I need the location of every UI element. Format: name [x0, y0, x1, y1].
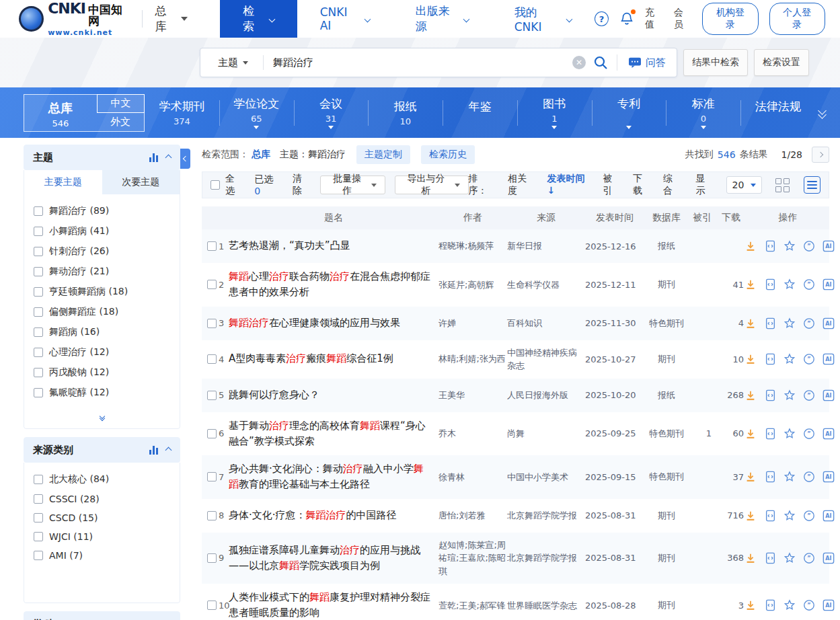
db-tab-8[interactable]: 法律法规 [740, 95, 815, 131]
subject-expand-more[interactable] [24, 405, 180, 428]
result-source[interactable]: 百科知识 [507, 317, 585, 330]
favorite-icon[interactable] [783, 470, 796, 483]
result-source[interactable]: 尚舞 [507, 427, 585, 440]
result-source[interactable]: 北京舞蹈学院学报 [507, 551, 585, 565]
cite-icon[interactable]: ” [802, 551, 816, 565]
result-authors[interactable]: 程晓琳;杨频萍 [438, 239, 507, 253]
ai-icon[interactable]: AI [822, 317, 835, 330]
row-checkbox[interactable] [207, 472, 217, 481]
checkbox[interactable] [34, 368, 43, 377]
favorite-icon[interactable] [783, 352, 796, 366]
nav-item-0[interactable]: 检索 [220, 0, 297, 38]
result-title-link[interactable]: 跳舞何以疗愈身心？ [229, 387, 438, 403]
checkbox[interactable] [34, 206, 43, 216]
checkbox[interactable] [34, 327, 43, 337]
html-read-icon[interactable] [763, 598, 777, 612]
result-source[interactable]: 世界睡眠医学杂志 [507, 599, 585, 613]
ai-icon[interactable]: AI [822, 389, 835, 402]
ai-icon[interactable]: AI [822, 551, 835, 565]
row-checkbox[interactable] [207, 600, 217, 610]
favorite-icon[interactable] [783, 598, 796, 612]
favorite-icon[interactable] [783, 427, 796, 440]
favorite-icon[interactable] [783, 317, 796, 330]
html-read-icon[interactable] [763, 278, 777, 291]
html-read-icon[interactable] [763, 509, 777, 522]
html-read-icon[interactable] [763, 470, 777, 483]
qa-button[interactable]: 问答 [617, 54, 677, 71]
db-tab-3[interactable]: 报纸10 [368, 95, 443, 131]
source-item-3[interactable]: WJCI (11) [24, 527, 180, 546]
ai-icon[interactable]: AI [822, 352, 835, 366]
cite-icon[interactable]: ” [802, 389, 816, 402]
cite-icon[interactable]: ” [802, 470, 816, 483]
subject-item-1[interactable]: 小舞蹈病 (41) [24, 221, 180, 241]
subject-item-3[interactable]: 舞动治疗 (21) [24, 262, 180, 282]
result-title-link[interactable]: 舞蹈治疗在心理健康领域的应用与效果 [229, 315, 438, 331]
member-link[interactable]: 会员 [674, 7, 692, 31]
ai-icon[interactable]: AI [822, 509, 835, 522]
html-read-icon[interactable] [763, 352, 777, 366]
ai-icon[interactable]: AI [822, 470, 835, 483]
checkbox[interactable] [34, 551, 43, 560]
source-item-4[interactable]: AMI (7) [24, 546, 180, 565]
favorite-icon[interactable] [783, 389, 796, 402]
ai-icon[interactable]: AI [822, 427, 835, 440]
source-category-header[interactable]: 来源类别 [24, 437, 180, 463]
org-login-button[interactable]: 机构登录 [702, 3, 758, 35]
search-history-button[interactable]: 检索历史 [421, 145, 475, 164]
checkbox[interactable] [34, 348, 43, 357]
favorite-icon[interactable] [783, 551, 796, 565]
sort-option-3[interactable]: 下载 [633, 173, 651, 197]
subject-item-6[interactable]: 舞蹈病 (16) [24, 322, 180, 342]
result-source[interactable]: 中国中小学美术 [507, 471, 585, 484]
result-title-link[interactable]: 基于舞动治疗理念的高校体育舞蹈课程“身心融合”教学模式探索 [229, 418, 438, 450]
batch-actions-button[interactable]: 批量操作 [320, 176, 385, 194]
result-authors[interactable]: 唐怡;刘若雅 [438, 509, 507, 522]
db-tab-6[interactable]: 专利 [592, 92, 666, 133]
download-icon[interactable] [744, 509, 757, 522]
cite-icon[interactable]: ” [802, 427, 816, 440]
clear-search-icon[interactable]: ✕ [572, 56, 586, 69]
row-checkbox[interactable] [207, 280, 217, 289]
html-read-icon[interactable] [763, 427, 777, 440]
row-checkbox[interactable] [207, 319, 217, 328]
html-read-icon[interactable] [763, 389, 777, 402]
subject-item-9[interactable]: 氟哌啶醇 (12) [24, 383, 180, 403]
collapse-chevron-icon[interactable] [165, 447, 172, 453]
subject-tab-1[interactable]: 次要主题 [102, 170, 180, 194]
export-analyze-button[interactable]: 导出与分析 [395, 176, 469, 194]
checkbox[interactable] [34, 494, 43, 504]
subject-custom-button[interactable]: 主题定制 [356, 145, 410, 164]
lang-tab-0[interactable]: 中文 [97, 94, 145, 114]
cite-icon[interactable]: ” [802, 239, 816, 253]
zongku-dropdown[interactable]: 总库 [155, 3, 188, 34]
result-title-link[interactable]: 孤独症谱系障碍儿童舞动治疗的应用与挑战——以北京舞蹈学院实践项目为例 [229, 543, 438, 574]
db-tab-0[interactable]: 学术期刊374 [145, 95, 219, 131]
list-view-icon[interactable] [804, 176, 820, 194]
row-checkbox[interactable] [207, 391, 217, 400]
ai-icon[interactable]: AI [822, 278, 835, 291]
download-icon[interactable] [744, 470, 757, 483]
favorite-icon[interactable] [783, 239, 796, 253]
html-read-icon[interactable] [763, 551, 777, 565]
cite-icon[interactable]: ” [802, 509, 816, 522]
favorite-icon[interactable] [783, 278, 796, 291]
notification-bell-icon[interactable] [619, 11, 634, 28]
search-in-results-button[interactable]: 结果中检索 [683, 49, 748, 76]
download-icon[interactable] [744, 389, 757, 402]
subject-item-4[interactable]: 亨廷顿舞蹈病 (18) [24, 282, 180, 302]
sort-option-0[interactable]: 相关度 [508, 173, 535, 197]
select-all-label[interactable]: 全选 [225, 173, 243, 197]
result-title-link[interactable]: A型肉毒毒素治疗瘢痕舞蹈综合征1例 [229, 351, 438, 366]
search-settings-button[interactable]: 检索设置 [754, 49, 809, 76]
db-tab-2[interactable]: 会议31 [294, 92, 369, 133]
sort-option-1[interactable]: 发表时间↓ [547, 173, 590, 197]
result-authors[interactable]: 徐青林 [438, 471, 507, 484]
checkbox[interactable] [34, 388, 43, 397]
result-source[interactable]: 中国神经精神疾病杂志 [507, 346, 585, 373]
subject-item-5[interactable]: 偏侧舞蹈症 (18) [24, 302, 180, 322]
download-icon[interactable] [744, 278, 757, 291]
result-source[interactable]: 北京舞蹈学院学报 [507, 509, 585, 522]
result-authors[interactable]: 张延芹;高朝辉 [438, 278, 507, 292]
checkbox[interactable] [34, 532, 43, 541]
